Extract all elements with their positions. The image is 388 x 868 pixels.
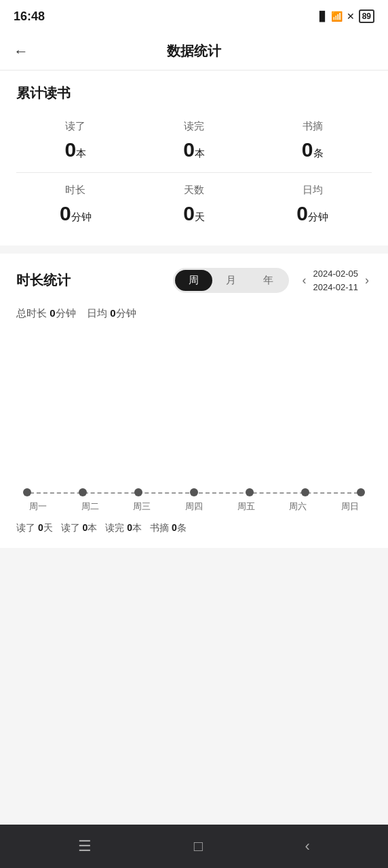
stat-read: 读了 0本 xyxy=(16,113,135,168)
stat-days-value: 0天 xyxy=(183,202,205,225)
stat-read-label: 读了 xyxy=(65,120,85,133)
battery-icon: 89 xyxy=(359,9,374,23)
stat-days: 天数 0天 xyxy=(135,177,254,232)
header: ← 数据统计 xyxy=(0,33,388,71)
stats-row-1: 读了 0本 读完 0本 书摘 0条 xyxy=(16,113,372,168)
date-range: 2024-02-05 2024-02-11 xyxy=(313,267,359,294)
total-label: 总时长 xyxy=(16,307,50,319)
wifi-icon: 📶 xyxy=(331,11,343,22)
bottom-stats: 读了 0天 读了 0本 读完 0本 书摘 0条 xyxy=(16,522,372,534)
label-mon: 周一 xyxy=(26,500,50,513)
date-start: 2024-02-05 xyxy=(313,267,359,281)
total-duration-value: 0 xyxy=(50,307,55,319)
stat-read-days: 读了 0天 xyxy=(16,522,53,534)
signal-icon: ▊ xyxy=(319,11,327,22)
home-icon[interactable]: □ xyxy=(194,837,203,855)
stat-excerpt-label: 书摘 xyxy=(303,120,323,133)
tab-year[interactable]: 年 xyxy=(250,270,287,291)
date-end: 2024-02-11 xyxy=(313,281,359,294)
label-thu: 周四 xyxy=(182,500,206,513)
stat-daily-avg: 日均 0分钟 xyxy=(253,177,372,232)
status-icons: ▊ 📶 ✕ 89 xyxy=(319,9,374,23)
chart-area xyxy=(16,331,372,480)
week-chart: 周一 周二 周三 周四 周五 周六 周日 xyxy=(16,488,372,513)
label-tue: 周二 xyxy=(78,500,102,513)
dot-sat xyxy=(301,488,309,496)
date-nav: ‹ 2024-02-05 2024-02-11 › xyxy=(300,267,372,294)
dot-thu xyxy=(190,488,198,496)
stat-finished-label: 读完 xyxy=(184,120,204,133)
total-unit: 分钟 xyxy=(56,307,76,319)
label-fri: 周五 xyxy=(234,500,258,513)
dot-fri xyxy=(246,488,254,496)
prev-arrow[interactable]: ‹ xyxy=(300,271,309,290)
dot-mon xyxy=(23,488,31,496)
dots-line xyxy=(23,488,365,496)
stat-excerpt: 书摘 0条 xyxy=(253,113,372,168)
week-labels: 周一 周二 周三 周四 周五 周六 周日 xyxy=(23,500,365,513)
stat-read-books: 读了 0本 xyxy=(61,522,98,534)
stat-duration-label: 时长 xyxy=(65,184,85,197)
page-title: 数据统计 xyxy=(167,42,221,60)
stat-finished: 读完 0本 xyxy=(135,113,254,168)
stat-finished-value: 0本 xyxy=(183,138,205,161)
stat-duration-value: 0分钟 xyxy=(60,202,92,225)
stats-divider xyxy=(16,172,372,173)
avg-duration-value: 0 xyxy=(110,307,115,319)
battery-x-icon: ✕ xyxy=(347,11,355,22)
tab-selector[interactable]: 周 月 年 xyxy=(173,268,289,293)
stat-excerpts: 书摘 0条 xyxy=(150,522,187,534)
label-sat: 周六 xyxy=(286,500,310,513)
status-bar: 16:48 ▊ 📶 ✕ 89 xyxy=(0,0,388,33)
stat-days-label: 天数 xyxy=(184,184,204,197)
duration-summary: 总时长 0分钟 日均 0分钟 xyxy=(16,307,372,320)
cumulative-reading-title: 累计读书 xyxy=(16,84,372,102)
next-arrow[interactable]: › xyxy=(362,271,372,290)
avg-label: 日均 xyxy=(87,307,110,319)
duration-title: 时长统计 xyxy=(16,271,71,290)
label-sun: 周日 xyxy=(338,500,362,513)
menu-icon[interactable]: ☰ xyxy=(78,837,92,855)
back-nav-icon[interactable]: ‹ xyxy=(305,837,309,855)
status-time: 16:48 xyxy=(14,9,45,24)
dot-wed xyxy=(134,488,142,496)
dot-tue xyxy=(79,488,87,496)
duration-stats-section: 时长统计 周 月 年 ‹ 2024-02-05 2024-02-11 › xyxy=(0,254,388,548)
label-wed: 周三 xyxy=(130,500,154,513)
cumulative-reading-section: 累计读书 读了 0本 读完 0本 书摘 0条 时长 0分钟 天数 0天 xyxy=(0,71,388,245)
stat-excerpt-value: 0条 xyxy=(302,138,324,161)
back-button[interactable]: ← xyxy=(14,43,28,60)
stat-finished-books: 读完 0本 xyxy=(105,522,142,534)
content: 累计读书 读了 0本 读完 0本 书摘 0条 时长 0分钟 天数 0天 xyxy=(0,71,388,868)
stat-daily-avg-label: 日均 xyxy=(303,184,323,197)
stat-duration: 时长 0分钟 xyxy=(16,177,135,232)
avg-unit: 分钟 xyxy=(116,307,136,319)
stat-daily-avg-value: 0分钟 xyxy=(296,202,328,225)
dot-sun xyxy=(357,488,365,496)
tab-week[interactable]: 周 xyxy=(175,270,212,291)
duration-header: 时长统计 周 月 年 ‹ 2024-02-05 2024-02-11 › xyxy=(16,267,372,294)
stats-row-2: 时长 0分钟 天数 0天 日均 0分钟 xyxy=(16,177,372,232)
tab-month[interactable]: 月 xyxy=(212,270,250,291)
nav-bar: ☰ □ ‹ xyxy=(0,825,388,868)
stat-read-value: 0本 xyxy=(64,138,86,161)
